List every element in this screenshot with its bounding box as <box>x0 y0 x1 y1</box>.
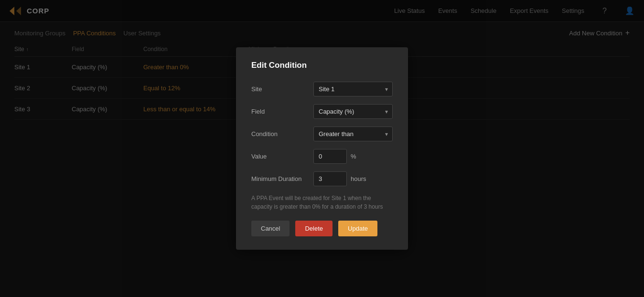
form-row-min-duration: Minimum Duration hours <box>251 171 393 186</box>
field-label: Field <box>251 108 313 115</box>
cancel-button[interactable]: Cancel <box>251 221 290 236</box>
form-row-condition: Condition Greater than <box>251 127 393 141</box>
site-select[interactable]: Site 1 <box>313 82 393 96</box>
form-row-site: Site Site 1 <box>251 82 393 96</box>
modal-actions: Cancel Delete Update <box>251 221 393 236</box>
min-duration-label: Minimum Duration <box>251 175 313 182</box>
modal-title: Edit Condition <box>251 61 393 70</box>
value-label: Value <box>251 153 313 160</box>
value-unit: % <box>351 153 356 160</box>
update-button[interactable]: Update <box>338 221 377 236</box>
site-label: Site <box>251 85 313 93</box>
condition-select-wrapper: Greater than <box>313 127 393 141</box>
modal-overlay: Edit Condition Site Site 1 Field Capacit… <box>0 0 644 297</box>
field-select-wrapper: Capacity (%) <box>313 104 393 119</box>
form-row-field: Field Capacity (%) <box>251 104 393 119</box>
site-select-wrapper: Site 1 <box>313 82 393 96</box>
edit-condition-modal: Edit Condition Site Site 1 Field Capacit… <box>236 47 408 250</box>
duration-row: hours <box>313 171 393 186</box>
value-row: % <box>313 149 393 164</box>
value-input[interactable] <box>313 149 347 164</box>
condition-description: A PPA Event will be created for Site 1 w… <box>251 194 393 211</box>
condition-select[interactable]: Greater than <box>313 127 393 141</box>
form-row-value: Value % <box>251 149 393 164</box>
delete-button[interactable]: Delete <box>295 221 333 236</box>
duration-unit: hours <box>351 175 366 182</box>
condition-label: Condition <box>251 130 313 138</box>
field-select[interactable]: Capacity (%) <box>313 104 393 119</box>
min-duration-input[interactable] <box>313 171 347 186</box>
